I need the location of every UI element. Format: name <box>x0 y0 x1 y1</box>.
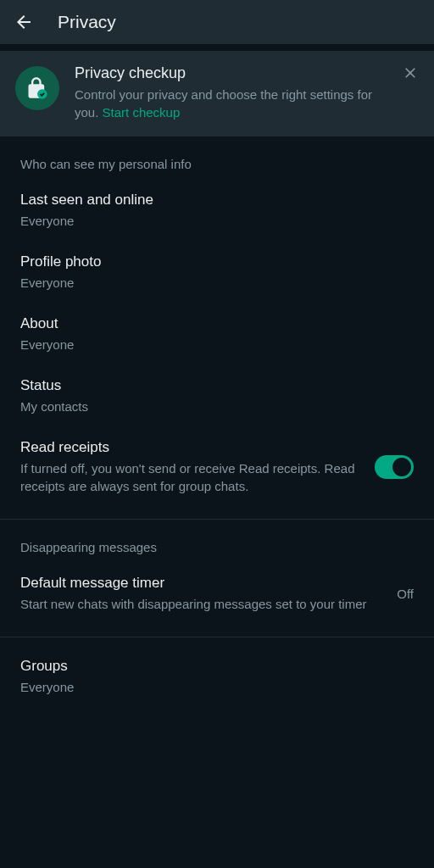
setting-value: Off <box>383 587 414 601</box>
setting-content: Default message timer Start new chats wi… <box>20 575 383 613</box>
page-title: Privacy <box>58 12 116 32</box>
setting-title: Profile photo <box>20 253 414 270</box>
setting-message-timer[interactable]: Default message timer Start new chats wi… <box>0 563 434 625</box>
setting-status[interactable]: Status My contacts <box>0 365 434 427</box>
setting-groups[interactable]: Groups Everyone <box>0 637 434 708</box>
setting-value: Everyone <box>20 212 414 230</box>
read-receipts-toggle[interactable] <box>375 455 414 479</box>
section-header-personal-info: Who can see my personal info <box>0 136 434 180</box>
setting-value: My contacts <box>20 398 414 415</box>
privacy-checkup-card[interactable]: Privacy checkup Control your privacy and… <box>0 51 434 136</box>
setting-content: Read receipts If turned off, you won't s… <box>20 439 375 495</box>
setting-read-receipts[interactable]: Read receipts If turned off, you won't s… <box>0 427 434 507</box>
setting-value: Everyone <box>20 336 414 353</box>
checkup-description: Control your privacy and choose the righ… <box>75 86 393 121</box>
back-icon[interactable] <box>14 12 34 32</box>
setting-about[interactable]: About Everyone <box>0 303 434 365</box>
app-header: Privacy <box>0 0 434 44</box>
setting-title: About <box>20 315 414 332</box>
setting-last-seen[interactable]: Last seen and online Everyone <box>0 180 434 242</box>
setting-title: Groups <box>20 658 414 675</box>
checkup-title: Privacy checkup <box>75 64 393 82</box>
setting-title: Status <box>20 377 414 394</box>
section-header-disappearing: Disappearing messages <box>0 520 434 563</box>
setting-profile-photo[interactable]: Profile photo Everyone <box>0 242 434 303</box>
lock-check-icon <box>15 66 59 110</box>
close-icon[interactable] <box>400 63 420 83</box>
setting-description: Start new chats with disappearing messag… <box>20 595 383 613</box>
checkup-content: Privacy checkup Control your privacy and… <box>75 64 419 121</box>
start-checkup-link[interactable]: Start checkup <box>103 105 181 120</box>
setting-value: Everyone <box>20 274 414 292</box>
setting-title: Read receipts <box>20 439 375 456</box>
setting-value: Everyone <box>20 678 414 696</box>
toggle-knob <box>392 458 411 476</box>
setting-title: Last seen and online <box>20 192 414 209</box>
setting-description: If turned off, you won't send or receive… <box>20 459 375 495</box>
setting-title: Default message timer <box>20 575 383 592</box>
